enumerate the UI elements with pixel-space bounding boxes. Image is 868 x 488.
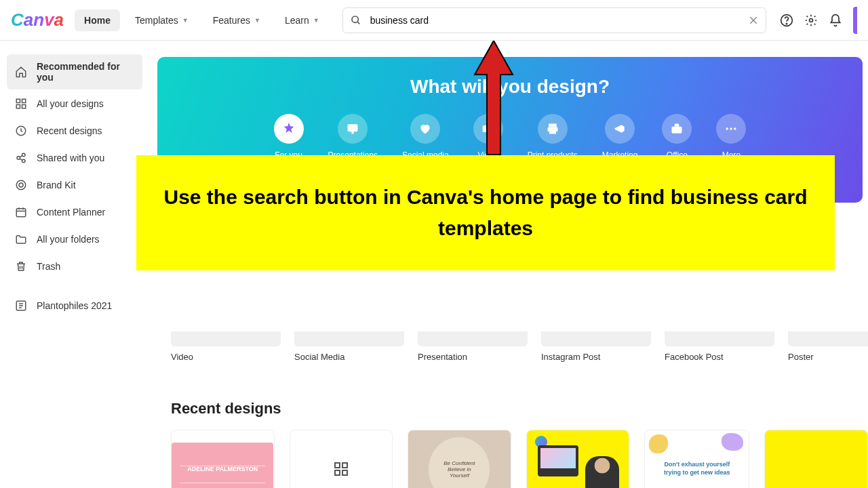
cat-social[interactable]: Social media xyxy=(402,114,449,160)
sidebar: Recommended for you All your designs Rec… xyxy=(0,41,149,488)
sidebar-item-trash[interactable]: Trash xyxy=(7,253,142,279)
recent-card[interactable] xyxy=(764,430,868,488)
recent-designs-title: Recent designs xyxy=(171,400,868,418)
sidebar-item-recent[interactable]: Recent designs xyxy=(7,118,142,144)
svg-point-28 xyxy=(734,127,736,129)
svg-rect-24 xyxy=(549,130,556,134)
cat-video[interactable]: Video xyxy=(473,114,503,160)
template-poster[interactable]: Poster xyxy=(788,331,868,362)
svg-rect-7 xyxy=(16,99,20,102)
svg-point-6 xyxy=(810,18,813,22)
svg-point-14 xyxy=(22,159,26,163)
svg-point-27 xyxy=(730,127,732,129)
sidebar-label: All your folders xyxy=(37,234,100,245)
search-icon xyxy=(351,15,361,26)
nav-learn[interactable]: Learn▼ xyxy=(275,9,329,31)
svg-rect-20 xyxy=(352,131,354,134)
nav-features[interactable]: Features▼ xyxy=(203,9,270,31)
template-instagram[interactable]: Instagram Post xyxy=(541,331,651,362)
svg-rect-22 xyxy=(549,124,557,127)
cat-presentations[interactable]: Presentations xyxy=(328,114,378,160)
svg-line-1 xyxy=(357,22,359,24)
svg-point-12 xyxy=(17,157,20,160)
share-icon xyxy=(15,152,27,164)
sidebar-item-team[interactable]: Plantophiles 2021 xyxy=(7,293,142,319)
recent-card[interactable]: Be ConfidentBelieve inYourself xyxy=(408,430,511,488)
recent-designs-row: ADELINE PALMERSTON Be ConfidentBelieve i… xyxy=(157,430,868,488)
sidebar-item-folders[interactable]: All your folders xyxy=(7,226,142,252)
nav-templates[interactable]: Templates▼ xyxy=(125,9,198,31)
recent-card[interactable] xyxy=(290,430,393,488)
recent-card[interactable]: Don't exhaust yourself trying to get new… xyxy=(644,430,749,488)
header: Canva Home Templates▼ Features▼ Learn▼ xyxy=(0,0,868,41)
recent-card[interactable]: ADELINE PALMERSTON xyxy=(171,430,275,488)
canva-logo[interactable]: Canva xyxy=(11,9,64,30)
clock-icon xyxy=(15,125,27,137)
sidebar-label: All your designs xyxy=(37,98,104,109)
sidebar-label: Content Planner xyxy=(37,207,105,218)
team-icon xyxy=(15,300,27,312)
svg-rect-10 xyxy=(22,105,26,108)
sidebar-label: Trash xyxy=(37,261,60,272)
cat-more[interactable]: More xyxy=(716,114,746,160)
chevron-down-icon: ▼ xyxy=(182,17,189,24)
header-icons xyxy=(780,7,857,34)
sidebar-label: Plantophiles 2021 xyxy=(37,300,112,311)
hero-categories: For you Presentations Social media Video… xyxy=(157,114,863,160)
sidebar-item-shared[interactable]: Shared with you xyxy=(7,145,142,171)
svg-point-16 xyxy=(19,183,23,187)
chevron-down-icon: ▼ xyxy=(313,17,319,24)
svg-point-5 xyxy=(786,23,787,24)
sidebar-label: Shared with you xyxy=(37,152,104,163)
brand-icon xyxy=(15,179,27,191)
cat-office[interactable]: Office xyxy=(662,114,692,160)
svg-point-15 xyxy=(16,180,26,190)
grid-icon xyxy=(15,98,27,110)
template-presentation[interactable]: Presentation xyxy=(418,331,528,362)
card-thumb: ADELINE PALMERSTON xyxy=(172,443,273,488)
svg-rect-21 xyxy=(482,125,490,132)
cat-marketing[interactable]: Marketing xyxy=(602,114,638,160)
grid-icon xyxy=(334,462,348,476)
svg-rect-17 xyxy=(16,209,26,217)
settings-icon[interactable] xyxy=(804,14,818,27)
template-facebook[interactable]: Facebook Post xyxy=(665,331,774,362)
svg-point-0 xyxy=(352,16,358,22)
sidebar-label: Brand Kit xyxy=(37,180,76,190)
svg-rect-8 xyxy=(22,99,26,102)
cat-for-you[interactable]: For you xyxy=(274,114,304,160)
clear-search-icon[interactable] xyxy=(749,16,758,25)
svg-rect-9 xyxy=(16,105,20,108)
help-icon[interactable] xyxy=(780,14,793,27)
sidebar-item-brand[interactable]: Brand Kit xyxy=(7,172,142,198)
trash-icon xyxy=(15,260,27,272)
chevron-down-icon: ▼ xyxy=(254,17,260,24)
instruction-overlay: Use the search button in Canva's home pa… xyxy=(136,155,835,270)
search-container xyxy=(342,7,766,33)
svg-rect-19 xyxy=(348,124,358,131)
sidebar-item-planner[interactable]: Content Planner xyxy=(7,199,142,225)
home-icon xyxy=(15,66,27,78)
hero-title: What will you design? xyxy=(157,76,863,98)
svg-rect-25 xyxy=(672,127,682,134)
folder-icon xyxy=(15,233,27,245)
sidebar-label: Recommended for you xyxy=(37,61,134,83)
calendar-icon xyxy=(15,206,27,218)
sidebar-item-recommended[interactable]: Recommended for you xyxy=(7,54,142,89)
recent-card[interactable] xyxy=(526,430,630,488)
avatar[interactable] xyxy=(853,7,857,34)
template-row: Video Social Media Presentation Instagra… xyxy=(157,331,868,362)
svg-point-13 xyxy=(22,153,26,157)
search-input[interactable] xyxy=(342,7,766,33)
template-video[interactable]: Video xyxy=(171,331,281,362)
svg-point-26 xyxy=(726,127,728,129)
sidebar-item-all-designs[interactable]: All your designs xyxy=(7,91,142,117)
template-social-media[interactable]: Social Media xyxy=(294,331,404,362)
sidebar-label: Recent designs xyxy=(37,125,102,136)
nav-home[interactable]: Home xyxy=(75,9,120,31)
bell-icon[interactable] xyxy=(829,14,842,27)
cat-print[interactable]: Print products xyxy=(528,114,578,160)
